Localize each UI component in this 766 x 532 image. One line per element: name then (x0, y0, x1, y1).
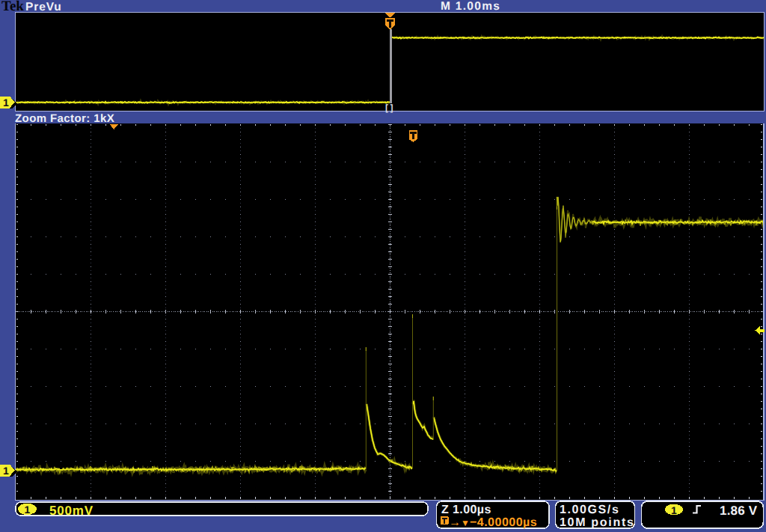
svg-text:PreVu: PreVu (25, 1, 62, 13)
svg-text:Z 1.00µs: Z 1.00µs (441, 504, 491, 516)
svg-text:1: 1 (671, 504, 677, 516)
svg-text:Zoom Factor: 1kX: Zoom Factor: 1kX (15, 112, 114, 125)
svg-text:1.86 V: 1.86 V (720, 504, 758, 518)
svg-text:→▼−4.00000µs: →▼−4.00000µs (449, 516, 537, 529)
svg-text:Tek: Tek (1, 0, 24, 14)
svg-text:500mV: 500mV (49, 504, 94, 518)
svg-text:[]: [] (385, 103, 395, 113)
svg-text:10M points: 10M points (560, 516, 635, 529)
svg-text:1: 1 (3, 97, 9, 108)
svg-text:M 1.00ms: M 1.00ms (441, 0, 500, 13)
svg-text:1: 1 (3, 465, 9, 477)
svg-text:1.00GS/s: 1.00GS/s (560, 504, 619, 516)
svg-text:1: 1 (24, 504, 30, 516)
